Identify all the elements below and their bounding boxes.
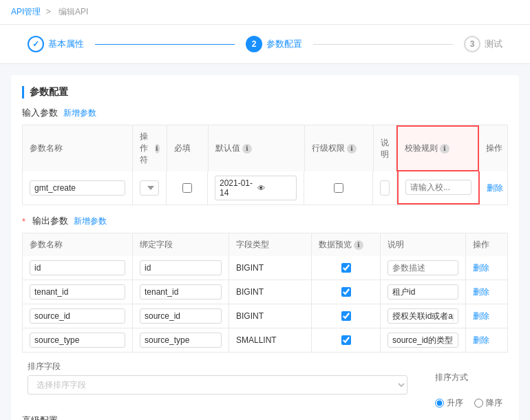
advanced-section: 高级配置 返回结果分页 ℹ 返回结果携带Request Header 参数 允许… (22, 414, 508, 420)
preview-info-icon: ℹ (354, 240, 363, 250)
date-value-0: 2021-01-14 (220, 178, 255, 198)
sort-asc-radio[interactable] (435, 399, 444, 408)
output-param-row-2: BIGINT 删除 (22, 304, 508, 328)
step-1-label: 基本属性 (48, 38, 84, 50)
input-params-title: 输入参数 新增参数 (22, 107, 508, 119)
td-action-0: 删除 (480, 171, 521, 204)
sort-order-options: 升序 降序 (435, 397, 502, 409)
row-perm-info-icon: ℹ (347, 144, 357, 154)
th-description: 说明 (374, 125, 396, 171)
th-operator: 操作符ℹ (133, 125, 167, 171)
output-desc-1[interactable] (388, 284, 458, 300)
output-desc-3[interactable] (388, 333, 458, 348)
breadcrumb-root[interactable]: API管理 (11, 7, 41, 17)
delete-output-param-1[interactable]: 删除 (473, 286, 489, 298)
step-2: 2 参数配置 (246, 36, 302, 52)
step-line-1 (95, 44, 235, 45)
otd-desc-3 (381, 328, 466, 352)
output-bind-3[interactable] (140, 333, 222, 348)
output-type-1: BIGINT (236, 287, 264, 297)
otd-type-0: BIGINT (229, 256, 312, 280)
th-param-name: 参数名称 (23, 125, 133, 171)
section-title: 参数配置 (22, 86, 508, 98)
step-line-2 (313, 44, 453, 45)
sort-desc-text: 降序 (486, 397, 502, 409)
output-bind-2[interactable] (140, 308, 222, 324)
delete-input-param-0[interactable]: 删除 (487, 182, 503, 194)
output-name-1[interactable] (30, 284, 125, 300)
output-type-0: BIGINT (236, 263, 264, 273)
required-checkbox-0[interactable] (182, 183, 192, 193)
output-name-2[interactable] (30, 308, 125, 324)
preview-check-2[interactable] (341, 311, 351, 321)
sort-field-area: 排序字段 选择排序字段 (28, 361, 407, 395)
input-param-row-0: = != > < 2021-01-14 👁 (22, 171, 508, 205)
delete-output-param-3[interactable]: 删除 (473, 335, 489, 346)
add-input-param-link[interactable]: 新增参数 (63, 107, 96, 119)
output-param-row-1: BIGINT 删除 (22, 280, 508, 304)
otd-preview-0 (312, 256, 381, 280)
step-1: ✓ 基本属性 (28, 36, 84, 52)
output-type-2: BIGINT (236, 311, 264, 321)
output-params-title: * 输出参数 新增参数 (22, 215, 508, 227)
otd-name-0 (23, 256, 133, 280)
add-output-param-link[interactable]: 新增参数 (74, 216, 107, 227)
th-action: 操作 (479, 125, 520, 171)
otd-type-2: BIGINT (229, 304, 312, 328)
sort-field-select[interactable]: 选择排序字段 (28, 375, 407, 395)
validation-input-0[interactable] (405, 180, 471, 195)
param-name-input-0[interactable] (30, 180, 125, 196)
preview-check-0[interactable] (341, 263, 351, 273)
otd-desc-0 (381, 256, 466, 280)
delete-output-param-2[interactable]: 删除 (473, 311, 489, 322)
sort-desc-radio[interactable] (474, 399, 483, 408)
td-param-name-0 (23, 171, 133, 204)
oth-param-name: 参数名称 (23, 233, 133, 256)
top-bar: API管理 > 编辑API (0, 0, 530, 25)
oth-field-type: 字段类型 (229, 233, 312, 256)
step-3-label: 测试 (485, 38, 502, 50)
otd-desc-2 (381, 304, 466, 328)
td-desc-0 (373, 171, 397, 204)
otd-preview-3 (312, 328, 381, 352)
otd-bind-0 (133, 256, 229, 280)
step-2-circle: 2 (246, 36, 262, 52)
description-input-0[interactable] (380, 180, 390, 196)
oth-bind-field: 绑定字段 (133, 233, 229, 256)
td-validation-0 (397, 171, 480, 204)
breadcrumb-separator: > (46, 7, 51, 17)
otd-bind-3 (133, 328, 229, 352)
step-1-circle: ✓ (28, 36, 44, 52)
sort-asc-label[interactable]: 升序 (435, 397, 463, 409)
otd-preview-1 (312, 280, 381, 304)
operator-select-0[interactable]: = != > < (140, 180, 159, 196)
otd-bind-2 (133, 304, 229, 328)
otd-name-1 (23, 280, 133, 304)
sort-desc-label[interactable]: 降序 (474, 397, 502, 409)
date-field-0: 2021-01-14 👁 (215, 176, 297, 200)
output-desc-2[interactable] (388, 308, 458, 324)
step-2-label: 参数配置 (266, 38, 302, 50)
otd-action-2: 删除 (466, 304, 507, 328)
step-3-circle: 3 (464, 36, 480, 52)
output-desc-0[interactable] (388, 260, 458, 275)
oth-action: 操作 (466, 233, 507, 256)
validation-info-icon: ℹ (440, 144, 449, 154)
params-section: 参数配置 输入参数 新增参数 参数名称 操作符ℹ 必填 默认值ℹ 行级权限ℹ 说… (11, 75, 519, 420)
preview-check-1[interactable] (341, 287, 351, 297)
delete-output-param-0[interactable]: 删除 (473, 262, 489, 274)
sort-field-label: 排序字段 (28, 361, 407, 372)
sort-asc-text: 升序 (447, 397, 463, 409)
main-content: 参数配置 输入参数 新增参数 参数名称 操作符ℹ 必填 默认值ℹ 行级权限ℹ 说… (0, 64, 530, 420)
otd-action-3: 删除 (466, 328, 507, 352)
preview-check-3[interactable] (341, 335, 351, 345)
otd-type-1: BIGINT (229, 280, 312, 304)
output-bind-1[interactable] (140, 284, 222, 300)
output-bind-0[interactable] (140, 260, 222, 275)
output-name-3[interactable] (30, 333, 125, 348)
oth-description: 说明 (381, 233, 466, 256)
calendar-icon: 👁 (257, 184, 293, 192)
row-perm-checkbox-0[interactable] (334, 183, 343, 193)
th-validation: 校验规则ℹ (396, 125, 479, 171)
output-name-0[interactable] (30, 260, 125, 275)
